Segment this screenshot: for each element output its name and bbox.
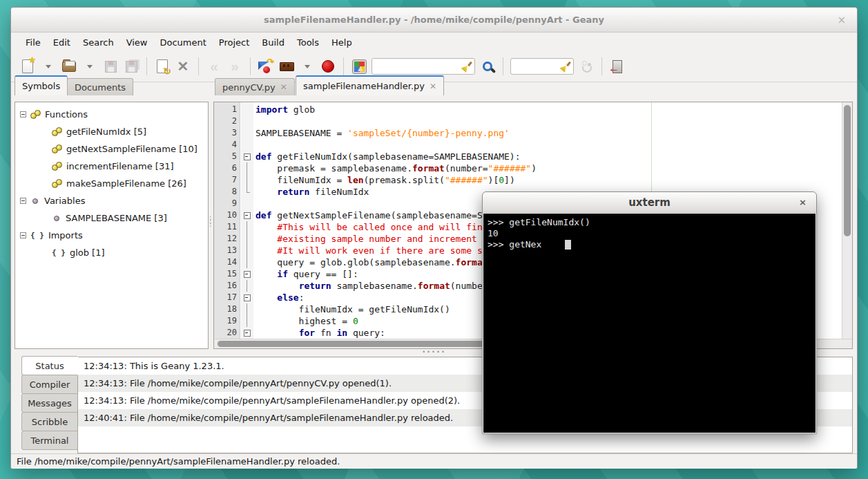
fold-marker[interactable] [241,256,253,268]
symbol-item-samplebasename[interactable]: SAMPLEBASENAME [3] [41,209,167,227]
build-dropdown[interactable] [298,55,317,78]
symbol-label: makeSampleFilename [26] [66,178,186,189]
tab-terminal[interactable]: Terminal [21,431,78,450]
new-file-dropdown[interactable] [39,55,58,78]
quit-button[interactable]: ← [608,55,627,78]
code-text: fileNumIdx = len(premask.split("######")… [255,174,515,186]
variable-icon [32,198,38,204]
symbol-item-makesamplefilename[interactable]: makeSampleFilename [26] [41,175,186,192]
search-input[interactable] [372,58,475,75]
vertical-scrollbar-thumb[interactable] [844,105,851,236]
revert-button[interactable]: ↻ [153,55,172,78]
tab-samplefilenamehandler-py[interactable]: sampleFilenameHandler.py✕ [296,75,444,95]
fold-marker[interactable] [241,221,253,233]
menu-build[interactable]: Build [255,35,291,50]
fold-marker[interactable] [241,245,253,256]
new-file-button[interactable]: ★ [18,55,37,78]
toolbar-separator [146,57,147,75]
tab-compiler[interactable]: Compiler [21,375,78,394]
compile-button[interactable]: ↷ [256,55,276,78]
tab-scribble[interactable]: Scribble [21,412,78,431]
nav-forward-button[interactable]: » [225,55,244,78]
sidebar-tab-bar: SymbolsDocuments [15,75,209,95]
clear-goto-icon[interactable] [561,62,570,71]
code-line: 4 [214,139,842,151]
code-text: if query == []: [255,268,358,280]
tab-close-icon[interactable]: ✕ [280,82,287,92]
desktop-background: sampleFilenameHandler.py - /home/mike/co… [0,0,868,479]
symbol-item-functions[interactable]: Functions [20,106,88,123]
fold-marker[interactable] [241,209,253,221]
fold-marker[interactable] [241,162,253,174]
terminal-output[interactable]: >>> getFileNumIdx()10>>> getNex [483,214,816,433]
uxterm-close-button[interactable]: × [799,192,807,213]
line-number: 17 [214,292,237,303]
vertical-scrollbar[interactable] [842,102,852,339]
uxterm-title-bar[interactable]: uxterm × [483,192,816,213]
code-text: return fileNumIdx [255,186,369,198]
jump-to-line-button[interactable] [577,55,596,78]
menu-file[interactable]: File [19,35,47,50]
window-close-button[interactable]: × [837,8,846,32]
symbol-label: Functions [45,109,88,120]
menu-search[interactable]: Search [77,35,120,50]
symbol-item-glob[interactable]: { }glob [1] [41,244,105,261]
code-line: 3SAMPLEBASENAME = 'sampleSet/{number}-pe… [214,127,842,139]
code-text: premask = samplebasename.format(number="… [255,162,537,174]
expander-icon[interactable] [20,198,26,204]
menu-tools[interactable]: Tools [291,35,325,50]
tab-messages[interactable]: Messages [21,393,78,413]
find-button[interactable] [478,55,497,78]
symbol-item-variables[interactable]: Variables [20,192,85,209]
fold-marker[interactable] [241,151,253,162]
fold-marker[interactable] [241,233,253,245]
tab-label: Scribble [32,417,68,427]
fold-marker[interactable] [241,174,253,186]
fold-marker[interactable] [241,315,253,327]
run-button[interactable] [318,55,338,78]
menu-help[interactable]: Help [325,35,358,50]
expander-icon[interactable] [20,111,26,118]
title-bar[interactable]: sampleFilenameHandler.py - /home/mike/co… [11,8,857,32]
symbol-item-imports[interactable]: { }Imports [20,227,83,244]
open-file-button[interactable] [59,55,79,78]
chevron-down-icon [305,65,310,68]
symbol-item-incrementfilename[interactable]: incrementFilename [31] [41,158,174,175]
tab-pennycv-py[interactable]: pennyCV.py✕ [215,78,295,95]
menu-project[interactable]: Project [213,35,255,50]
line-number: 10 [214,209,237,221]
symbols-panel: FunctionsgetFileNumIdx [5]getNextSampleF… [15,102,209,349]
fold-marker[interactable] [241,186,253,198]
symbol-label: glob [1] [70,247,105,258]
build-button[interactable] [277,55,296,78]
menu-view[interactable]: View [120,35,154,50]
open-file-dropdown[interactable] [80,55,99,78]
expander-icon[interactable] [20,232,26,238]
line-number: 12 [214,233,237,245]
fold-marker[interactable] [241,292,253,303]
symbol-item-getfilenumidx[interactable]: getFileNumIdx [5] [41,123,146,140]
sidebar-splitter[interactable]: ::: [209,102,213,349]
clear-search-icon[interactable] [462,62,472,71]
goto-line-input[interactable] [510,58,574,75]
fold-marker[interactable] [241,303,253,315]
symbol-item-getnextsamplefilename[interactable]: getNextSampleFilename [10] [41,140,197,158]
forward-arrow-icon: » [231,59,239,73]
fold-marker[interactable] [241,280,253,292]
fold-marker[interactable] [241,327,253,339]
nav-back-button[interactable]: « [204,55,224,78]
menu-edit[interactable]: Edit [47,35,77,50]
new-file-icon: ★ [22,59,33,73]
close-document-button[interactable]: ✕ [173,55,193,78]
menu-document[interactable]: Document [153,35,212,50]
tab-close-icon[interactable]: ✕ [430,82,436,91]
save-button[interactable] [101,55,120,78]
save-all-button[interactable] [122,55,141,78]
tab-label: Documents [75,82,126,93]
fold-marker[interactable] [241,268,253,280]
tab-status[interactable]: Status [21,356,78,375]
tab-symbols[interactable]: Symbols [15,75,68,95]
run-icon [322,60,334,73]
tab-documents[interactable]: Documents [67,78,133,95]
color-chooser-button[interactable] [349,55,369,78]
